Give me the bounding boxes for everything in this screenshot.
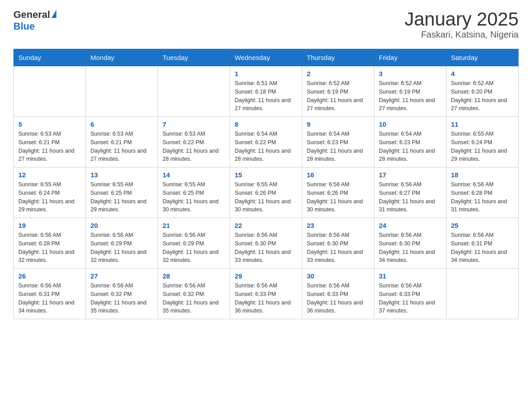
calendar-day-cell: 22Sunrise: 6:56 AM Sunset: 6:30 PM Dayli… [230, 218, 302, 269]
day-number: 4 [451, 70, 514, 77]
day-info: Sunrise: 6:56 AM Sunset: 6:28 PM Dayligh… [18, 231, 81, 265]
day-number: 5 [18, 120, 81, 128]
day-number: 23 [307, 222, 369, 229]
day-number: 22 [235, 222, 297, 229]
day-info: Sunrise: 6:53 AM Sunset: 6:21 PM Dayligh… [90, 130, 153, 163]
calendar-day-cell: 2Sunrise: 6:52 AM Sunset: 6:19 PM Daylig… [302, 66, 374, 117]
calendar-day-cell: 31Sunrise: 6:56 AM Sunset: 6:33 PM Dayli… [374, 269, 446, 319]
day-number: 10 [379, 120, 442, 128]
day-info: Sunrise: 6:53 AM Sunset: 6:22 PM Dayligh… [163, 130, 225, 163]
day-number: 20 [90, 222, 153, 229]
title-block: January 2025 Faskari, Katsina, Nigeria [404, 9, 519, 40]
day-number: 17 [379, 171, 442, 179]
day-number: 16 [307, 171, 369, 179]
day-number: 29 [235, 272, 297, 280]
day-info: Sunrise: 6:56 AM Sunset: 6:29 PM Dayligh… [90, 231, 153, 265]
calendar-day-cell: 18Sunrise: 6:56 AM Sunset: 6:28 PM Dayli… [446, 167, 519, 218]
calendar-day-cell: 15Sunrise: 6:55 AM Sunset: 6:26 PM Dayli… [230, 167, 302, 218]
calendar-day-cell: 16Sunrise: 6:56 AM Sunset: 6:26 PM Dayli… [302, 167, 374, 218]
day-of-week-header: Friday [374, 49, 446, 66]
day-number: 28 [163, 272, 225, 280]
day-info: Sunrise: 6:55 AM Sunset: 6:26 PM Dayligh… [235, 180, 297, 214]
calendar-week-row: 26Sunrise: 6:56 AM Sunset: 6:31 PM Dayli… [14, 269, 519, 319]
calendar-day-cell: 7Sunrise: 6:53 AM Sunset: 6:22 PM Daylig… [158, 117, 230, 167]
day-info: Sunrise: 6:54 AM Sunset: 6:23 PM Dayligh… [379, 130, 442, 163]
day-number: 24 [379, 222, 442, 229]
day-number: 1 [235, 70, 297, 77]
day-info: Sunrise: 6:55 AM Sunset: 6:24 PM Dayligh… [18, 180, 81, 214]
calendar-day-cell: 5Sunrise: 6:53 AM Sunset: 6:21 PM Daylig… [14, 117, 86, 167]
calendar-day-cell: 25Sunrise: 6:56 AM Sunset: 6:31 PM Dayli… [446, 218, 519, 269]
calendar-day-cell: 19Sunrise: 6:56 AM Sunset: 6:28 PM Dayli… [14, 218, 86, 269]
logo-general: General [13, 9, 50, 21]
calendar-header-row: SundayMondayTuesdayWednesdayThursdayFrid… [14, 49, 519, 66]
calendar-day-cell: 28Sunrise: 6:56 AM Sunset: 6:32 PM Dayli… [158, 269, 230, 319]
day-info: Sunrise: 6:56 AM Sunset: 6:32 PM Dayligh… [90, 282, 153, 315]
calendar-week-row: 12Sunrise: 6:55 AM Sunset: 6:24 PM Dayli… [14, 167, 519, 218]
day-info: Sunrise: 6:55 AM Sunset: 6:25 PM Dayligh… [90, 180, 153, 214]
calendar-day-cell: 26Sunrise: 6:56 AM Sunset: 6:31 PM Dayli… [14, 269, 86, 319]
day-number: 25 [451, 222, 514, 229]
day-info: Sunrise: 6:56 AM Sunset: 6:33 PM Dayligh… [235, 282, 297, 315]
day-number: 7 [163, 120, 225, 128]
day-info: Sunrise: 6:54 AM Sunset: 6:22 PM Dayligh… [235, 130, 297, 163]
day-info: Sunrise: 6:56 AM Sunset: 6:29 PM Dayligh… [163, 231, 225, 265]
calendar-day-cell [158, 66, 230, 117]
calendar-day-cell [446, 269, 519, 319]
day-of-week-header: Saturday [446, 49, 519, 66]
day-info: Sunrise: 6:56 AM Sunset: 6:31 PM Dayligh… [18, 282, 81, 315]
day-info: Sunrise: 6:53 AM Sunset: 6:21 PM Dayligh… [18, 130, 81, 163]
day-number: 2 [307, 70, 369, 77]
day-info: Sunrise: 6:56 AM Sunset: 6:32 PM Dayligh… [163, 282, 225, 315]
day-info: Sunrise: 6:56 AM Sunset: 6:28 PM Dayligh… [451, 180, 514, 214]
calendar-day-cell [86, 66, 158, 117]
day-number: 31 [379, 272, 442, 280]
logo: General Blue [13, 9, 56, 32]
calendar-day-cell: 23Sunrise: 6:56 AM Sunset: 6:30 PM Dayli… [302, 218, 374, 269]
day-info: Sunrise: 6:56 AM Sunset: 6:33 PM Dayligh… [307, 282, 369, 315]
logo-blue: Blue [13, 21, 35, 32]
day-info: Sunrise: 6:52 AM Sunset: 6:20 PM Dayligh… [451, 79, 514, 113]
day-number: 15 [235, 171, 297, 179]
calendar-day-cell: 20Sunrise: 6:56 AM Sunset: 6:29 PM Dayli… [86, 218, 158, 269]
day-info: Sunrise: 6:56 AM Sunset: 6:30 PM Dayligh… [235, 231, 297, 265]
calendar-day-cell: 10Sunrise: 6:54 AM Sunset: 6:23 PM Dayli… [374, 117, 446, 167]
logo-triangle-icon [51, 10, 56, 18]
calendar-subtitle: Faskari, Katsina, Nigeria [404, 30, 519, 40]
calendar-day-cell: 29Sunrise: 6:56 AM Sunset: 6:33 PM Dayli… [230, 269, 302, 319]
day-number: 11 [451, 120, 514, 128]
calendar-day-cell: 12Sunrise: 6:55 AM Sunset: 6:24 PM Dayli… [14, 167, 86, 218]
calendar-day-cell: 17Sunrise: 6:56 AM Sunset: 6:27 PM Dayli… [374, 167, 446, 218]
day-info: Sunrise: 6:52 AM Sunset: 6:19 PM Dayligh… [307, 79, 369, 113]
day-info: Sunrise: 6:54 AM Sunset: 6:23 PM Dayligh… [307, 130, 369, 163]
calendar-day-cell: 14Sunrise: 6:55 AM Sunset: 6:25 PM Dayli… [158, 167, 230, 218]
calendar-day-cell: 13Sunrise: 6:55 AM Sunset: 6:25 PM Dayli… [86, 167, 158, 218]
day-number: 3 [379, 70, 442, 77]
day-number: 18 [451, 171, 514, 179]
day-info: Sunrise: 6:52 AM Sunset: 6:19 PM Dayligh… [379, 79, 442, 113]
day-of-week-header: Monday [86, 49, 158, 66]
day-number: 19 [18, 222, 81, 229]
day-info: Sunrise: 6:55 AM Sunset: 6:25 PM Dayligh… [163, 180, 225, 214]
day-info: Sunrise: 6:55 AM Sunset: 6:24 PM Dayligh… [451, 130, 514, 163]
calendar-day-cell: 30Sunrise: 6:56 AM Sunset: 6:33 PM Dayli… [302, 269, 374, 319]
day-info: Sunrise: 6:56 AM Sunset: 6:27 PM Dayligh… [379, 180, 442, 214]
day-info: Sunrise: 6:51 AM Sunset: 6:18 PM Dayligh… [235, 79, 297, 113]
calendar-day-cell: 8Sunrise: 6:54 AM Sunset: 6:22 PM Daylig… [230, 117, 302, 167]
day-info: Sunrise: 6:56 AM Sunset: 6:33 PM Dayligh… [379, 282, 442, 315]
day-number: 21 [163, 222, 225, 229]
calendar-table: SundayMondayTuesdayWednesdayThursdayFrid… [13, 49, 519, 319]
calendar-week-row: 5Sunrise: 6:53 AM Sunset: 6:21 PM Daylig… [14, 117, 519, 167]
calendar-day-cell: 1Sunrise: 6:51 AM Sunset: 6:18 PM Daylig… [230, 66, 302, 117]
day-of-week-header: Wednesday [230, 49, 302, 66]
calendar-week-row: 1Sunrise: 6:51 AM Sunset: 6:18 PM Daylig… [14, 66, 519, 117]
day-number: 9 [307, 120, 369, 128]
day-number: 27 [90, 272, 153, 280]
calendar-day-cell [14, 66, 86, 117]
day-number: 14 [163, 171, 225, 179]
day-info: Sunrise: 6:56 AM Sunset: 6:30 PM Dayligh… [307, 231, 369, 265]
day-number: 26 [18, 272, 81, 280]
page-header: General Blue January 2025 Faskari, Katsi… [13, 9, 519, 40]
calendar-week-row: 19Sunrise: 6:56 AM Sunset: 6:28 PM Dayli… [14, 218, 519, 269]
calendar-day-cell: 6Sunrise: 6:53 AM Sunset: 6:21 PM Daylig… [86, 117, 158, 167]
